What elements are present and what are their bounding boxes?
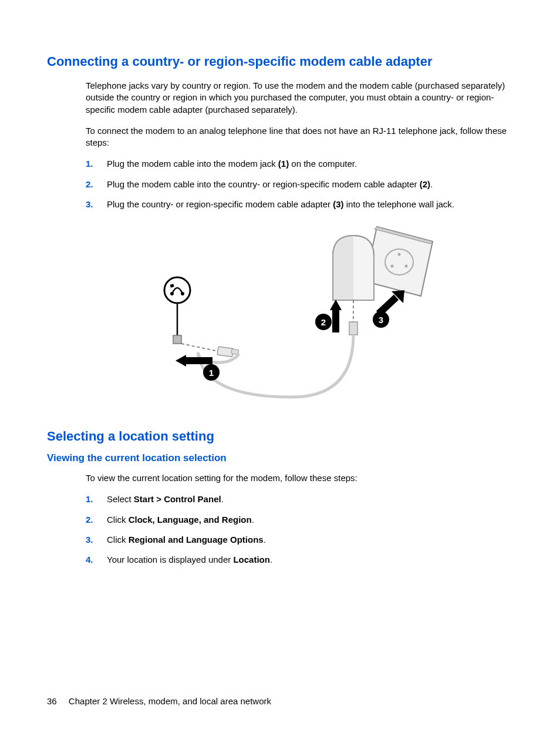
chapter-title: Chapter 2 Wireless, modem, and local are… (69, 696, 271, 706)
heading-viewing-location: Viewing the current location selection (47, 452, 513, 464)
svg-point-10 (181, 292, 184, 295)
svg-point-3 (398, 253, 401, 256)
step-text: Your location is displayed under Locatio… (107, 554, 513, 566)
svg-rect-15 (217, 347, 234, 357)
svg-marker-17 (176, 355, 186, 367)
list-item: 1.Select Start > Control Panel. (86, 493, 513, 505)
svg-point-9 (170, 292, 174, 295)
list-item: 1.Plug the modem cable into the modem ja… (86, 158, 513, 170)
list-item: 3.Click Regional and Language Options. (86, 534, 513, 546)
svg-marker-0 (365, 227, 433, 296)
svg-text:2: 2 (321, 317, 326, 327)
step-text: Plug the modem cable into the modem jack… (107, 158, 513, 170)
svg-text:3: 3 (379, 315, 383, 325)
svg-marker-20 (330, 300, 342, 310)
wall-jack-icon (365, 227, 433, 296)
step-text: Click Regional and Language Options. (107, 534, 513, 546)
page-footer: 36 Chapter 2 Wireless, modem, and local … (47, 696, 271, 706)
step-number: 1. (86, 158, 107, 170)
modem-adapter-diagram: 1 2 3 (116, 221, 444, 409)
step-number: 1. (86, 493, 107, 505)
list-item: 4.Your location is displayed under Locat… (86, 554, 513, 566)
page-number: 36 (47, 696, 57, 706)
modem-cable (198, 335, 353, 397)
callout-1: 1 (176, 355, 220, 381)
step-number: 3. (86, 534, 107, 546)
svg-line-14 (181, 344, 218, 351)
intro-paragraph-1: Telephone jacks vary by country or regio… (86, 80, 513, 116)
svg-rect-6 (349, 322, 357, 335)
step-text: Click Clock, Language, and Region. (107, 514, 513, 526)
svg-rect-13 (173, 335, 181, 344)
svg-point-8 (164, 277, 190, 303)
step-text: Plug the country- or region-specific mod… (107, 199, 513, 210)
svg-text:1: 1 (209, 368, 214, 378)
list-item: 2.Click Clock, Language, and Region. (86, 514, 513, 526)
heading-connecting-adapter: Connecting a country- or region-specific… (47, 54, 513, 69)
adapter-steps-list: 1.Plug the modem cable into the modem ja… (86, 158, 513, 210)
callout-2: 2 (315, 300, 342, 332)
list-item: 2.Plug the modem cable into the country-… (86, 179, 513, 190)
step-number: 3. (86, 199, 107, 210)
location-steps-list: 1.Select Start > Control Panel.2.Click C… (86, 493, 513, 566)
step-number: 2. (86, 514, 107, 526)
svg-point-5 (405, 265, 408, 268)
computer-port-icon (164, 277, 239, 362)
heading-selecting-location: Selecting a location setting (47, 429, 513, 444)
step-text: Select Start > Control Panel. (107, 493, 513, 505)
step-number: 2. (86, 179, 107, 190)
intro-paragraph-2: To connect the modem to an analog teleph… (86, 125, 513, 149)
svg-point-4 (391, 265, 394, 268)
callout-3: 3 (373, 290, 404, 328)
step-number: 4. (86, 554, 107, 566)
location-intro-paragraph: To view the current location setting for… (86, 472, 513, 484)
step-text: Plug the modem cable into the country- o… (107, 179, 513, 190)
list-item: 3.Plug the country- or region-specific m… (86, 199, 513, 210)
